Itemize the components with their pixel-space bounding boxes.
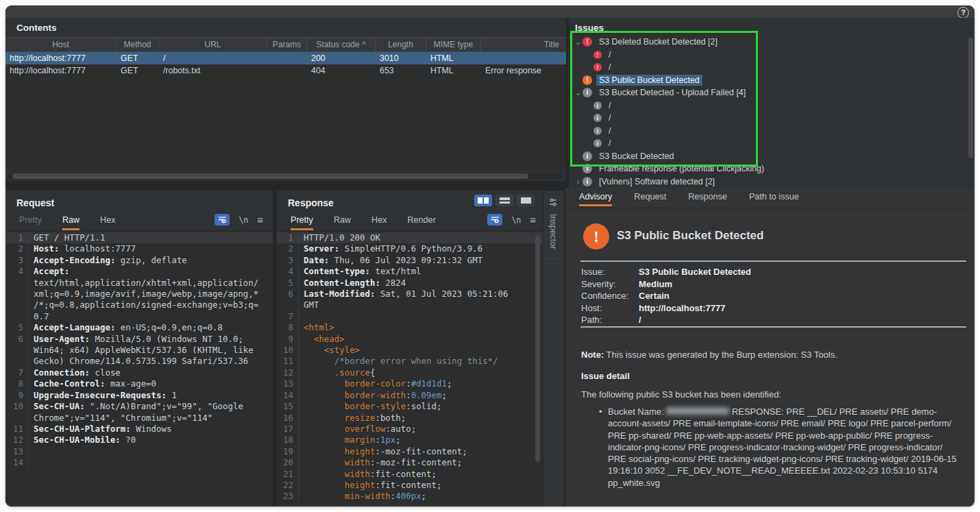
redacted-bucket-name <box>666 407 729 415</box>
column-header[interactable]: Status code ^ <box>307 38 376 51</box>
response-tab-render[interactable]: Render <box>408 215 436 230</box>
advisory-field-row: Confidence:Certain <box>581 290 751 302</box>
advisory-tab-request[interactable]: Request <box>634 192 666 206</box>
issues-vertical-scrollbar[interactable] <box>968 38 973 158</box>
issue-tree-row[interactable]: !S3 Public Bucket Detected <box>570 74 968 87</box>
advisory-field-row: Path:/ <box>581 314 751 326</box>
table-row[interactable]: http://localhost:7777GET/robots.txt40465… <box>5 64 566 77</box>
editor-menu-icon[interactable]: ≡ <box>530 214 536 225</box>
code-line: 6User-Agent: Mozilla/5.0 (Windows NT 10.… <box>5 334 273 345</box>
chevron-down-icon[interactable]: ⌄ <box>574 38 583 47</box>
table-cell: http://localhost:7777 <box>5 52 117 64</box>
code-line: 21 width:fit-content; <box>277 469 543 480</box>
issue-label: S3 Bucket Detected - Upload Failed [4] <box>596 87 748 98</box>
newline-toggle-icon[interactable]: \n <box>511 215 521 225</box>
issue-tree-row[interactable]: ⌄!S3 Deleted Bucket Detected [2] <box>570 36 968 49</box>
column-header[interactable]: Length <box>376 38 426 51</box>
issue-tree-row[interactable]: iFrameable response (potential Clickjack… <box>570 162 968 175</box>
issue-label: [Vulners] Software detected [2] <box>596 176 718 187</box>
issue-note: Note: This issue was generated by the Bu… <box>581 349 837 361</box>
editor-menu-icon[interactable]: ≡ <box>257 214 263 225</box>
code-line: 3Accept-Encoding: gzip, deflate <box>5 255 273 266</box>
issue-label: / <box>606 62 613 73</box>
request-tab-hex[interactable]: Hex <box>100 215 115 230</box>
response-vertical-scrollbar[interactable] <box>535 236 540 462</box>
issue-tree-row[interactable]: ›i[Vulners] Software detected [2] <box>570 175 968 188</box>
column-header[interactable]: MIME type <box>426 38 481 51</box>
table-cell <box>481 52 566 64</box>
code-line: 16 resize:both; <box>277 413 543 424</box>
columns-layout-button[interactable] <box>474 195 492 206</box>
advisory-tab-path-to-issue[interactable]: Path to issue <box>749 192 799 206</box>
advisory-field-row: Host:http://localhost:7777 <box>581 302 751 315</box>
severity-high-icon: ! <box>593 63 602 71</box>
issue-tree-row[interactable]: i/ <box>570 125 968 138</box>
issue-label: / <box>606 125 613 136</box>
divider <box>580 260 966 262</box>
severity-info-icon: i <box>593 101 602 110</box>
request-tab-pretty[interactable]: Pretty <box>19 215 42 230</box>
code-line: 14 <box>5 457 273 468</box>
response-tab-hex[interactable]: Hex <box>371 215 387 230</box>
severity-high-icon: ! <box>593 51 602 59</box>
soft-wrap-icon[interactable] <box>215 214 230 225</box>
newline-toggle-icon[interactable]: \n <box>238 215 248 225</box>
horizontal-scrollbar[interactable] <box>8 173 563 180</box>
issue-tree-row[interactable]: ⌄iS3 Bucket Detected - Upload Failed [4] <box>570 86 968 99</box>
soft-wrap-icon[interactable] <box>487 214 502 225</box>
code-line: 4Accept: <box>5 266 273 277</box>
issue-tree-row[interactable]: i/ <box>570 99 968 112</box>
column-header[interactable]: Method <box>117 38 159 51</box>
response-tab-raw[interactable]: Raw <box>334 215 351 230</box>
bullet-marker: • <box>599 406 608 489</box>
chevron-right-icon[interactable]: › <box>574 178 583 186</box>
table-cell: 653 <box>376 64 426 77</box>
single-layout-button[interactable] <box>517 195 535 206</box>
layout-buttons <box>474 195 535 206</box>
advisory-tab-response[interactable]: Response <box>688 192 727 206</box>
issue-tree-row[interactable]: iS3 Bucket Detected <box>570 150 968 163</box>
code-line: 1GET / HTTP/1.1 <box>5 232 273 243</box>
request-tab-raw[interactable]: Raw <box>62 215 79 230</box>
request-editor-toolbar: \n ≡ <box>215 214 263 225</box>
scrollbar-thumb[interactable] <box>12 173 528 179</box>
code-line: 7Connection: close <box>5 367 273 378</box>
table-cell: HTML <box>426 64 481 77</box>
contents-title: Contents <box>16 23 57 33</box>
code-line: 8<html> <box>277 322 543 333</box>
code-line: 17 overflow:auto; <box>277 424 543 435</box>
table-cell <box>267 64 307 77</box>
contents-table[interactable]: HostMethodURLParamsStatus code ^LengthMI… <box>5 37 566 171</box>
help-icon[interactable]: ? <box>957 7 969 19</box>
code-line: 1HTTP/1.0 200 OK <box>277 232 543 243</box>
code-line: 5Accept-Language: en-US;q=0.9,en;q=0.8 <box>5 322 273 333</box>
code-line: 0.7 <box>5 311 273 322</box>
severity-medium-icon: ! <box>583 75 592 85</box>
code-line: 6Last-Modified: Sat, 01 Jul 2023 05:21:0… <box>277 289 543 300</box>
code-line: 9 <head> <box>277 334 543 345</box>
chevron-down-icon[interactable]: ⌄ <box>574 88 583 97</box>
table-row[interactable]: http://localhost:7777GET/2003010HTML <box>5 52 566 64</box>
response-tabs: PrettyRawHexRender <box>291 215 436 230</box>
severity-medium-icon: ! <box>583 223 609 249</box>
issues-tree[interactable]: ⌄!S3 Deleted Bucket Detected [2]!/!/!S3 … <box>570 36 968 188</box>
issue-tree-row[interactable]: i/ <box>570 137 968 150</box>
issue-tree-row[interactable]: !/ <box>570 49 968 62</box>
advisory-tab-advisory[interactable]: Advisory <box>579 192 612 206</box>
column-header[interactable]: URL <box>159 38 267 51</box>
column-header[interactable]: Title <box>481 38 566 51</box>
issue-tree-row[interactable]: i/ <box>570 112 968 125</box>
rows-layout-button[interactable] <box>495 195 513 206</box>
issue-tree-row[interactable]: !/ <box>570 61 968 74</box>
response-tab-pretty[interactable]: Pretty <box>291 215 313 230</box>
response-editor[interactable]: 1HTTP/1.0 200 OK2Server: SimpleHTTP/0.6 … <box>277 230 543 507</box>
column-header[interactable]: Params <box>267 38 307 51</box>
issue-label: S3 Bucket Detected <box>596 151 677 162</box>
request-editor[interactable]: 1GET / HTTP/1.12Host: localhost:77773Acc… <box>5 230 273 507</box>
code-line: 23 min-width:400px; <box>277 491 543 502</box>
code-line: 13 border-color:#d1d1d1; <box>277 378 543 389</box>
code-line: GMT <box>277 300 543 310</box>
inspector-strip[interactable]: Inspector <box>543 191 564 507</box>
code-line: 11Sec-CH-UA-Platform: Windows <box>5 424 273 435</box>
column-header[interactable]: Host <box>5 38 117 51</box>
